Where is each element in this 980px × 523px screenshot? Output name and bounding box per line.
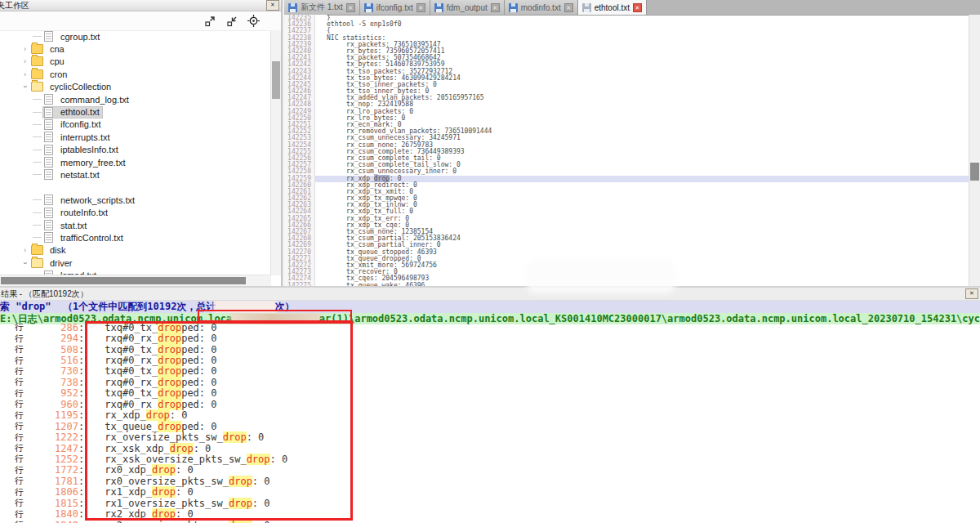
chevron-collapsed-icon[interactable]: › (20, 45, 30, 53)
match-highlight: drop (152, 486, 176, 498)
result-row[interactable]: 行1772:rx0_xdp_drop: 0 (0, 465, 980, 476)
bookmark-margin (315, 195, 327, 202)
chevron-expanded-icon[interactable]: › (21, 82, 29, 92)
editor-tab[interactable]: modinfo.txt✕ (505, 0, 578, 15)
tree-item[interactable]: ›cna (0, 42, 271, 55)
bookmark-margin (315, 176, 327, 182)
tree-item[interactable]: cgroup.txt (0, 30, 271, 42)
tree-item[interactable]: stat.txt (0, 219, 271, 231)
search-summary-row[interactable]: 索 "drop" （1个文件中匹配到10192次，总计次） (0, 301, 980, 313)
locate-current-file-icon[interactable] (247, 15, 260, 27)
chevron-expanded-icon[interactable]: › (21, 257, 29, 268)
colon: : (78, 508, 84, 520)
result-row[interactable]: 行1195:rx_xdp_drop: 0 (0, 410, 980, 421)
result-match-text: rxq#0_rx_dropped: 0 (105, 355, 216, 366)
tree-guide-line (33, 99, 42, 100)
colon: : (78, 355, 84, 366)
tree-vscroll-thumb[interactable] (272, 61, 280, 99)
result-row[interactable]: 行1247:rx_xsk_xdp_drop: 0 (0, 443, 980, 454)
tab-close-icon[interactable]: ✕ (564, 3, 573, 12)
code-text: rx_xdp_tx_full: 0 (327, 208, 969, 215)
match-highlight: drop (158, 344, 181, 355)
tree-item[interactable]: ethtool.txt (0, 105, 271, 118)
chevron-collapsed-icon[interactable]: › (20, 70, 30, 78)
editor-tab[interactable]: 新文件 1.txt✕ (284, 0, 360, 15)
expand-all-icon[interactable] (203, 15, 216, 27)
result-row[interactable]: 行508:txq#0_tx_dropped: 0 (0, 344, 980, 355)
tree-item[interactable]: trafficControl.txt (0, 231, 271, 244)
code-text: } (327, 15, 969, 21)
result-row[interactable]: 行952:txq#0_tx_dropped: 0 (0, 388, 980, 399)
tree-item[interactable]: ›cyclicCollection (0, 81, 271, 93)
editor-tab[interactable]: ethtool.txt✕ (578, 0, 647, 15)
tree-vertical-scrollbar[interactable] (270, 30, 281, 275)
tree-horizontal-scrollbar[interactable] (0, 275, 271, 286)
result-row[interactable]: 行1840:rx2_xdp_drop: 0 (0, 508, 980, 519)
result-row[interactable]: 行1781:rx0_oversize_pkts_sw_drop: 0 (0, 476, 980, 486)
bookmark-margin (315, 82, 327, 88)
editor-tab[interactable]: fdm_output✕ (430, 0, 505, 15)
tree-item[interactable]: network_scripts.txt (0, 194, 271, 206)
editor-vertical-scrollbar[interactable] (969, 15, 980, 286)
tree-item[interactable]: netstat.txt (0, 168, 271, 181)
result-row[interactable]: 行1222:rx_oversize_pkts_sw_drop: 0 (0, 431, 980, 442)
folder-icon (31, 44, 43, 54)
tree-item-body: trafficControl.txt (43, 232, 126, 243)
match-highlight: drop (170, 443, 194, 454)
collapse-all-icon[interactable] (225, 15, 238, 27)
tree-item[interactable]: ›cron (0, 68, 271, 80)
results-close-button[interactable]: ✕ (965, 288, 978, 299)
tree-item[interactable]: ›disk (0, 244, 271, 257)
chevron-collapsed-icon[interactable]: › (20, 57, 30, 65)
tree-item[interactable]: ›driver (0, 257, 271, 269)
bookmark-margin (315, 222, 327, 229)
editor-content[interactable]: 142235}142236ethtool -S enp1s0f0142237{1… (284, 15, 969, 286)
tree-item-body: cpu (30, 56, 67, 66)
tree-item-body: cron (30, 69, 69, 79)
result-row[interactable]: 行1252:rx_xsk_oversize_pkts_sw_drop: 0 (0, 454, 980, 464)
result-row[interactable]: 行1849:rx2_oversize_pkts_sw_drop: 0 (0, 520, 980, 523)
result-row[interactable]: 行1207:tx_queue_dropped: 0 (0, 421, 980, 431)
tree-hscroll-thumb[interactable] (1, 277, 246, 284)
folder-icon (31, 82, 43, 92)
editor-vscroll-thumb[interactable] (970, 163, 979, 181)
colon: : (78, 486, 84, 498)
tab-close-icon[interactable]: ✕ (346, 3, 355, 12)
result-row[interactable]: 行960:rxq#0_rx_dropped: 0 (0, 399, 980, 409)
result-line-number: 294 (26, 333, 78, 344)
saved-file-icon (582, 3, 591, 12)
tab-close-icon[interactable]: ✕ (491, 3, 500, 12)
match-highlight: drop (229, 498, 252, 509)
file-icon (44, 157, 53, 168)
tree-item[interactable]: interrupts.txt (0, 131, 271, 143)
chevron-collapsed-icon[interactable]: › (20, 246, 30, 254)
result-row[interactable]: 行1815:rx1_oversize_pkts_sw_drop: 0 (0, 498, 980, 508)
workspace-toolbar (0, 11, 281, 31)
file-icon (44, 94, 53, 105)
tree-item[interactable]: ›cpu (0, 56, 271, 68)
result-match-text: rx_xsk_oversize_pkts_sw_drop: 0 (105, 454, 287, 465)
tree-item[interactable]: ifconfig.txt (0, 118, 271, 131)
result-row[interactable]: 行294:rxq#0_rx_dropped: 0 (0, 333, 980, 343)
result-row[interactable]: 行516:rxq#0_rx_dropped: 0 (0, 355, 980, 365)
colon: : (78, 344, 84, 355)
result-row[interactable]: 行738:rxq#0_rx_dropped: 0 (0, 377, 980, 387)
result-row[interactable]: 行730:txq#0_tx_dropped: 0 (0, 366, 980, 377)
colon: : (78, 399, 84, 410)
file-icon (44, 232, 53, 243)
tree-item[interactable]: iptablesInfo.txt (0, 144, 271, 156)
tab-close-icon[interactable]: ✕ (416, 3, 425, 12)
colon: : (78, 377, 84, 388)
tree-item-label: memory_free.txt (60, 158, 125, 168)
workspace-close-button[interactable]: ✕ (266, 0, 279, 11)
bookmark-margin (315, 235, 327, 242)
tree-item[interactable]: memory_free.txt (0, 156, 271, 168)
tab-close-icon[interactable]: ✕ (633, 3, 642, 12)
editor-tab[interactable]: ifconfig.txt✕ (360, 0, 430, 15)
result-row[interactable]: 行1806:rx1_xdp_drop: 0 (0, 487, 980, 498)
tree-item[interactable]: command_log.txt (0, 93, 271, 105)
tree-item[interactable]: routeInfo.txt (0, 206, 271, 218)
tree-item-label: network_scripts.txt (60, 195, 135, 205)
result-row[interactable]: 行286:txq#0_tx_dropped: 0 (0, 322, 980, 333)
tree-guide-line (33, 136, 42, 137)
